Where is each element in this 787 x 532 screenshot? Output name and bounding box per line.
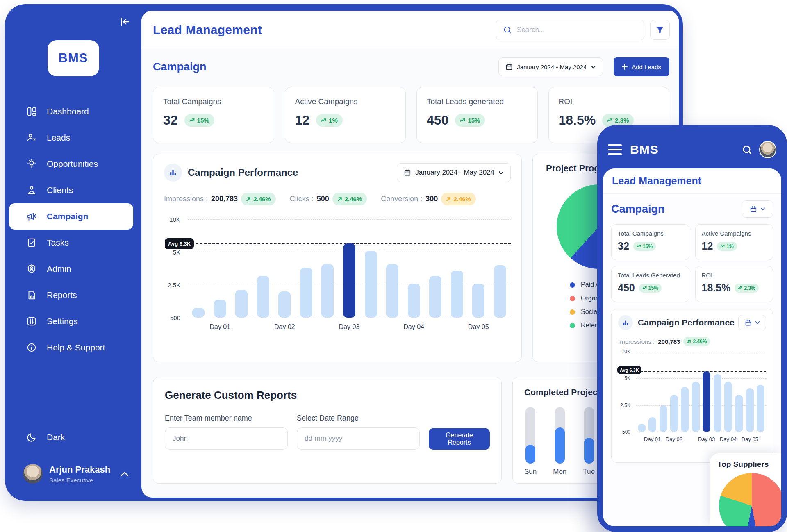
campaign-performance-chart: 10K5K2.5K500 Avg 6.3K Day 01Day 02Day 03… (164, 219, 511, 338)
bar (451, 271, 463, 318)
trend-badge: 15% (633, 242, 656, 251)
y-tick-label: 500 (622, 429, 630, 435)
section-title: Campaign (153, 61, 207, 73)
sidebar-item-admin[interactable]: Admin (5, 256, 141, 282)
legend-dot (570, 323, 575, 328)
gridline (636, 378, 766, 379)
sidebar-item-label: Settings (47, 316, 78, 326)
sidebar-item-reports[interactable]: Reports (5, 282, 141, 308)
info-icon (26, 342, 37, 353)
stat-value: 32 (163, 113, 178, 128)
sidebar-item-clients[interactable]: Clients (5, 177, 141, 203)
shield-user-icon (26, 264, 37, 274)
bar-highlighted (703, 371, 710, 432)
sidebar-item-label: Help & Support (47, 343, 105, 352)
filter-button[interactable] (650, 20, 670, 40)
mobile-date-dropdown[interactable] (742, 200, 773, 218)
performance-metrics: Impressions :200,783 2.46% Clicks :500 2… (164, 193, 511, 205)
y-tick-label: 10K (169, 216, 180, 223)
bar (278, 291, 291, 318)
generate-reports-card: Generate Custom Reports Enter Team membe… (153, 377, 502, 484)
trend-badge: 15% (455, 114, 485, 127)
add-leads-button[interactable]: Add Leads (614, 57, 669, 76)
avatar (23, 464, 43, 484)
date-range-value: January 2024 - May 2024 (517, 64, 587, 70)
app-window: BMS Dashboard Leads Opportunities Client… (5, 4, 683, 501)
date-range-value: January 2024 - May 2024 (415, 168, 494, 177)
search-icon[interactable] (742, 144, 753, 155)
bms-logo: BMS (48, 40, 99, 76)
sidebar-item-help[interactable]: Help & Support (5, 334, 141, 361)
bar (692, 382, 700, 432)
average-label: Avg 6.3K (617, 366, 641, 374)
search-input[interactable] (517, 26, 637, 34)
sidebar-item-tasks[interactable]: Tasks (5, 230, 141, 256)
bar (746, 388, 754, 432)
user-profile[interactable]: Arjun Prakash Sales Executive (23, 464, 129, 484)
mobile-performance-date-dropdown[interactable] (738, 315, 766, 330)
stat-value: 12 (295, 113, 310, 128)
search-box[interactable] (496, 20, 644, 40)
sidebar-nav: Dashboard Leads Opportunities Clients Ca… (5, 98, 141, 361)
bar (321, 264, 334, 318)
avatar[interactable] (759, 141, 776, 158)
team-member-input[interactable] (165, 427, 288, 450)
mobile-header: BMS (603, 131, 781, 168)
chevron-up-icon[interactable] (120, 471, 129, 477)
sidebar-item-label: Admin (47, 264, 71, 274)
sidebar-item-campaign[interactable]: Campaign (9, 203, 133, 230)
sidebar: BMS Dashboard Leads Opportunities Client… (5, 4, 141, 501)
top-suppliers-pie (719, 473, 781, 526)
plus-icon (622, 64, 628, 70)
generate-reports-button[interactable]: Generate Reports (429, 428, 490, 450)
legend-dot (570, 309, 575, 315)
bar-plot: Avg 6.3K (188, 219, 511, 318)
gridline (188, 318, 511, 318)
dashboard-icon (26, 106, 37, 117)
x-tick-label: Day 05 (468, 323, 489, 331)
sidebar-item-dashboard[interactable]: Dashboard (5, 98, 141, 125)
leads-icon (26, 132, 37, 143)
sidebar-item-leads[interactable]: Leads (5, 125, 141, 151)
y-tick-label: 2.5K (620, 402, 630, 408)
chart-title: Top Suppliers (717, 460, 781, 469)
sidebar-item-label: Opportunities (47, 159, 98, 169)
x-tick-label: Day 02 (666, 436, 682, 442)
main-header: Lead Management (141, 11, 679, 49)
bar (724, 382, 732, 432)
date-range-input[interactable] (297, 427, 420, 450)
bar (257, 276, 269, 318)
gridline (636, 432, 766, 432)
x-tick-label: Day 04 (403, 323, 424, 331)
x-tick-label: Day 04 (720, 436, 737, 442)
progress-track (584, 407, 594, 464)
date-range-dropdown[interactable]: January 2024 - May 2024 (498, 57, 603, 76)
team-member-field: Enter Team member name (165, 414, 288, 450)
stat-card-active-campaigns: Active Campaigns 12 1% (695, 224, 773, 260)
sidebar-item-settings[interactable]: Settings (5, 308, 141, 334)
performance-date-dropdown[interactable]: January 2024 - May 2024 (397, 163, 511, 182)
date-range-field: Select Date Range (297, 414, 420, 450)
stat-card-roi: ROI 18.5% 2.3% (695, 266, 773, 302)
page-title: Lead Management (153, 23, 262, 37)
bar (494, 265, 506, 318)
dark-mode-toggle[interactable]: Dark (26, 432, 65, 443)
x-tick-label: Day 02 (274, 323, 295, 331)
x-tick-label: Day 01 (644, 436, 661, 442)
bar (714, 374, 721, 432)
y-tick-label: 10K (622, 349, 630, 355)
tasks-icon (26, 237, 37, 248)
chevron-down-icon (498, 171, 504, 175)
legend-dot (570, 282, 575, 288)
sidebar-item-label: Tasks (47, 238, 69, 248)
collapse-sidebar-icon[interactable] (118, 16, 131, 28)
gridline (188, 219, 511, 220)
trend-badge: 15% (639, 284, 662, 293)
y-tick-label: 2.5K (168, 282, 180, 289)
hamburger-menu-icon[interactable] (608, 144, 622, 155)
bar (386, 264, 398, 318)
sidebar-item-opportunities[interactable]: Opportunities (5, 151, 141, 177)
mobile-logo: BMS (630, 143, 659, 157)
trend-badge: 1% (717, 242, 737, 251)
bar (757, 385, 764, 432)
